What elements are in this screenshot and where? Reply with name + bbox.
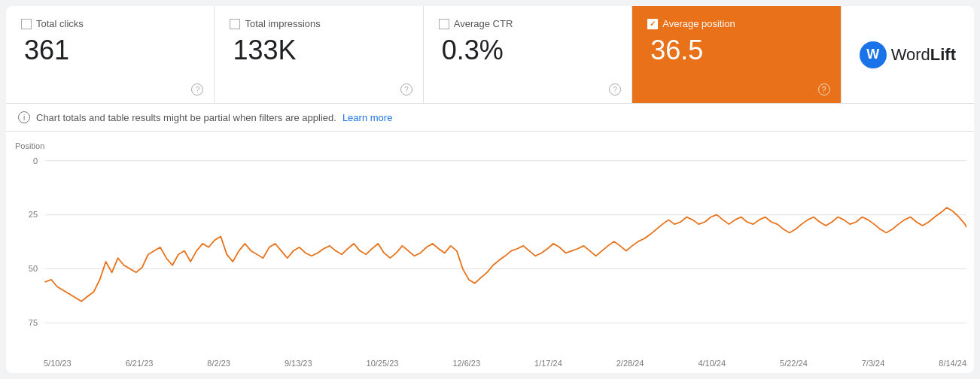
wordlift-text-bold: Lift: [930, 45, 956, 64]
metric-value-position: 36.5: [650, 35, 825, 65]
help-icon-clicks[interactable]: ?: [191, 83, 203, 96]
wordlift-logo: W WordLift: [842, 6, 974, 103]
svg-text:25: 25: [29, 211, 38, 220]
checkbox-ctr[interactable]: [439, 19, 449, 29]
metric-label-impressions: Total impressions: [245, 18, 320, 29]
metric-average-ctr[interactable]: Average CTR 0.3% ?: [424, 6, 632, 103]
x-label-3: 9/13/23: [285, 359, 312, 368]
x-label-5: 12/6/23: [452, 359, 480, 368]
help-icon-impressions[interactable]: ?: [400, 83, 412, 96]
info-text: Chart totals and table results might be …: [36, 112, 336, 123]
wordlift-text: WordLift: [891, 45, 956, 65]
x-label-4: 10/25/23: [367, 359, 399, 368]
metric-label-clicks: Total clicks: [36, 18, 84, 29]
chart-area: Position 0 25 50 75 5/10/23 6/21/23 8/2/…: [6, 132, 974, 371]
learn-more-link[interactable]: Learn more: [342, 112, 392, 123]
x-axis-labels: 5/10/23 6/21/23 8/2/23 9/13/23 10/25/23 …: [44, 359, 966, 368]
metric-total-impressions[interactable]: Total impressions 133K ?: [215, 6, 423, 103]
metric-label-ctr: Average CTR: [454, 18, 513, 29]
position-chart: Position 0 25 50 75: [14, 139, 966, 348]
svg-text:75: 75: [29, 319, 38, 328]
wordlift-icon: W: [860, 41, 887, 68]
svg-text:50: 50: [29, 265, 38, 274]
x-label-9: 5/22/24: [780, 359, 808, 368]
wordlift-icon-letter: W: [866, 47, 879, 62]
x-label-8: 4/10/24: [698, 359, 726, 368]
info-icon: i: [18, 111, 30, 123]
metrics-row: Total clicks 361 ? Total impressions 133…: [6, 6, 974, 104]
svg-text:Position: Position: [15, 142, 44, 151]
info-banner: i Chart totals and table results might b…: [6, 104, 974, 132]
metric-header-ctr: Average CTR: [439, 18, 616, 29]
x-label-11: 8/14/24: [939, 359, 966, 368]
x-label-2: 8/2/23: [207, 359, 230, 368]
x-label-6: 1/17/24: [534, 359, 562, 368]
metric-value-ctr: 0.3%: [442, 35, 616, 65]
metric-average-position[interactable]: ✓ Average position 36.5 ?: [632, 6, 841, 103]
metric-value-clicks: 361: [24, 35, 199, 65]
metric-header-position: ✓ Average position: [647, 18, 825, 29]
metric-label-position: Average position: [662, 18, 735, 29]
x-label-10: 7/3/24: [862, 359, 885, 368]
wordlift-text-regular: Word: [891, 45, 930, 64]
main-container: Total clicks 361 ? Total impressions 133…: [6, 6, 974, 373]
checkbox-position[interactable]: ✓: [647, 19, 658, 29]
metric-total-clicks[interactable]: Total clicks 361 ?: [6, 6, 215, 103]
x-label-1: 6/21/23: [126, 359, 154, 368]
metric-header-clicks: Total clicks: [21, 18, 199, 29]
metric-value-impressions: 133K: [233, 35, 407, 65]
svg-text:0: 0: [33, 156, 38, 165]
x-label-7: 2/28/24: [616, 359, 644, 368]
checkbox-clicks[interactable]: [21, 19, 32, 29]
x-label-0: 5/10/23: [44, 359, 72, 368]
help-icon-ctr[interactable]: ?: [609, 83, 621, 96]
metric-header-impressions: Total impressions: [230, 18, 407, 29]
checkbox-impressions[interactable]: [230, 19, 240, 29]
help-icon-position[interactable]: ?: [818, 83, 830, 96]
